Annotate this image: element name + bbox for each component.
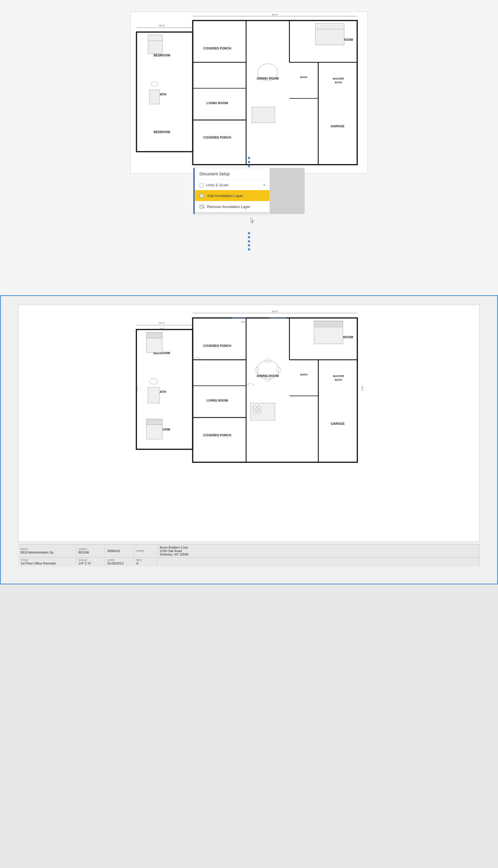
- svg-rect-86: [314, 322, 343, 327]
- svg-text:COVERED PORCH: COVERED PORCH: [203, 136, 231, 139]
- remove-annotation-label: Remove Annotation Layer: [207, 205, 250, 209]
- drawing-num-value: 0000416: [107, 549, 131, 553]
- svg-rect-33: [149, 90, 159, 104]
- svg-text:23'-0": 23'-0": [272, 13, 278, 16]
- svg-text:DINING ROOM: DINING ROOM: [257, 77, 278, 80]
- date-value: 01/30/2013: [107, 561, 131, 565]
- svg-rect-92: [250, 403, 275, 420]
- svg-text:COVERED PORCH: COVERED PORCH: [203, 344, 231, 348]
- scale-label: SCALE:: [78, 559, 103, 561]
- units-arrow: ▾: [263, 184, 265, 187]
- svg-text:5'-0": 5'-0": [160, 328, 164, 330]
- svg-rect-83: [146, 420, 162, 425]
- svg-text:COVERED PORCH: COVERED PORCH: [203, 46, 231, 50]
- svg-text:15'-0": 15'-0": [159, 322, 165, 324]
- floor-plan-area: BEDROOM BEDROOM COVERED PORCH LIVING ROO…: [17, 12, 481, 174]
- svg-rect-27: [148, 35, 162, 54]
- sheet-label: SHEET:: [78, 548, 103, 551]
- second-section: BEDROOM BEDROOM COVERED PORCH LIVING ROO…: [0, 295, 498, 584]
- gray-side-panel: [270, 168, 305, 214]
- svg-text:GARAGE: GARAGE: [331, 124, 344, 128]
- dropdown-header: Document Setup: [195, 168, 270, 180]
- svg-text:35'-0": 35'-0": [136, 386, 138, 391]
- units-icon: [199, 183, 204, 187]
- dot-2: [248, 161, 250, 163]
- company-line3: Yorktown, NY 10598: [159, 553, 477, 556]
- project-label: PROJ:: [21, 548, 74, 551]
- svg-point-34: [151, 82, 158, 86]
- svg-marker-46: [250, 218, 254, 223]
- svg-point-98: [150, 378, 158, 384]
- svg-text:LIVING ROOM: LIVING ROOM: [207, 101, 228, 105]
- title-label: TITLE:: [21, 559, 74, 561]
- date-cell: DATE: 01/30/2013: [105, 558, 134, 566]
- company-cell: Acme Builders Corp 1234 Oak Road Yorktow…: [157, 544, 480, 557]
- svg-text:BATH: BATH: [300, 373, 307, 376]
- second-floor-plan-area: BEDROOM BEDROOM COVERED PORCH LIVING ROO…: [18, 305, 480, 542]
- svg-rect-32: [252, 107, 275, 123]
- svg-text:COVERED PORCH: COVERED PORCH: [203, 433, 231, 437]
- units-scale-item[interactable]: Units & Scale ▾: [195, 180, 270, 190]
- svg-text:BATH: BATH: [300, 76, 307, 79]
- scale-cell: SCALE: 1/4":1'-0": [76, 558, 105, 566]
- dropdown-overlay: Document Setup Units & Scale ▾ Add Annot…: [193, 168, 305, 214]
- svg-rect-0: [136, 32, 193, 152]
- svg-text:42'-1": 42'-1": [361, 386, 363, 391]
- svg-text:GARAGE: GARAGE: [331, 422, 344, 425]
- dots-below: [248, 229, 250, 254]
- svg-rect-47: [136, 329, 193, 449]
- mouse-cursor: [250, 218, 254, 225]
- add-annotation-icon: [199, 193, 205, 198]
- svg-text:LIVING ROOM: LIVING ROOM: [207, 399, 228, 402]
- sheet-value: 801506: [78, 551, 103, 554]
- sheet-cell: SHEET: 801506: [76, 544, 105, 557]
- top-section: BEDROOM BEDROOM COVERED PORCH LIVING ROO…: [0, 0, 498, 295]
- rev-label: REV:: [136, 559, 155, 561]
- dot-b4: [248, 244, 250, 246]
- svg-text:BATH: BATH: [335, 378, 342, 381]
- blank-cell: [157, 558, 480, 566]
- dropdown-menu: Document Setup Units & Scale ▾ Add Annot…: [195, 168, 270, 212]
- floor-plan-svg: BEDROOM BEDROOM COVERED PORCH LIVING ROO…: [130, 12, 368, 174]
- dot-3: [248, 165, 250, 167]
- title-bar-second-row: TITLE: 1st Floor Office Remodel SCALE: 1…: [18, 557, 480, 566]
- scale-value: 1/4":1'-0": [78, 561, 103, 565]
- svg-rect-80: [146, 333, 162, 338]
- dot-1: [248, 157, 250, 159]
- dot-b2: [248, 236, 250, 239]
- svg-text:MASTER: MASTER: [333, 375, 344, 378]
- svg-text:5'-0": 5'-0": [241, 321, 245, 323]
- company-line1: Acme Builders Corp: [159, 546, 477, 549]
- project-cell: PROJ: 9910 Administration Sq.: [18, 544, 76, 557]
- svg-text:23'-0": 23'-0": [272, 310, 278, 313]
- svg-text:15'-0": 15'-0": [159, 24, 165, 27]
- date-label: DATE:: [107, 559, 131, 561]
- company-line2: 1234 Oak Road: [159, 549, 477, 553]
- add-annotation-item[interactable]: Add Annotation Layer: [195, 190, 270, 201]
- dot-b3: [248, 240, 250, 243]
- rev-cell: REV: A: [134, 558, 157, 566]
- units-scale-label: Units & Scale: [206, 183, 228, 187]
- name-label: Name: [136, 550, 155, 552]
- drawing-num-cell: 0000416: [105, 544, 134, 557]
- svg-rect-97: [148, 387, 159, 403]
- svg-rect-29: [315, 24, 344, 45]
- remove-annotation-icon: [199, 204, 205, 209]
- project-title-cell: TITLE: 1st Floor Office Remodel: [18, 558, 76, 566]
- second-floor-plan-svg: BEDROOM BEDROOM COVERED PORCH LIVING ROO…: [18, 305, 480, 542]
- dot-b1: [248, 232, 250, 234]
- svg-text:MASTER: MASTER: [333, 77, 344, 80]
- svg-text:BATH: BATH: [335, 81, 342, 84]
- title-bar: PROJ: 9910 Administration Sq. SHEET: 801…: [18, 544, 480, 557]
- add-annotation-label: Add Annotation Layer: [207, 193, 243, 198]
- name-cell: Name: [134, 544, 157, 557]
- svg-text:BEDROOM: BEDROOM: [154, 54, 170, 57]
- remove-annotation-item[interactable]: Remove Annotation Layer: [195, 201, 270, 212]
- dot-b5: [248, 248, 250, 250]
- svg-text:BEDROOM: BEDROOM: [154, 130, 170, 134]
- rev-value: A: [136, 561, 155, 565]
- project-value: 9910 Administration Sq.: [21, 551, 74, 554]
- title-value: 1st Floor Office Remodel: [21, 561, 74, 565]
